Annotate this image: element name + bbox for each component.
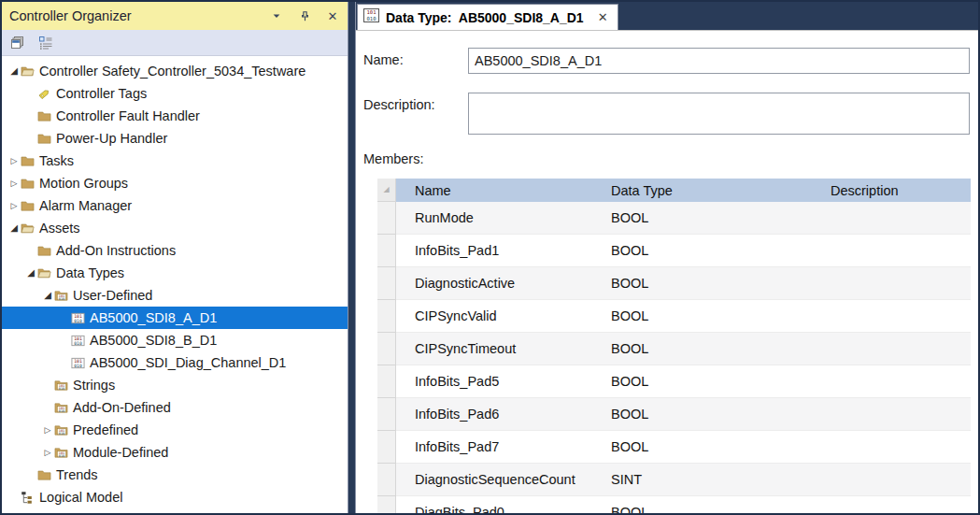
member-name-cell[interactable]: DiagnosticActive xyxy=(396,267,592,300)
folder-open-icon xyxy=(21,222,36,236)
tree-item[interactable]: Controller Fault Handler xyxy=(2,105,348,127)
tree-item[interactable]: ▷101010Module-Defined xyxy=(2,441,348,464)
svg-text:010: 010 xyxy=(74,318,82,322)
row-selector-cell[interactable] xyxy=(377,398,396,431)
window-menu-chevron-icon[interactable] xyxy=(269,8,284,23)
panel-splitter[interactable] xyxy=(348,2,356,513)
tree-item[interactable]: 101010Strings xyxy=(2,374,348,396)
data-type-icon: 101010 xyxy=(363,8,379,26)
row-selector-cell[interactable] xyxy=(377,267,396,300)
tree-item-label: Controller Safety_Controller_5034_Testwa… xyxy=(39,64,311,79)
tree-item[interactable]: ▷Tasks xyxy=(2,150,348,172)
close-icon[interactable]: ✕ xyxy=(325,8,340,23)
tree-item[interactable]: ▷Alarm Manager xyxy=(2,194,348,217)
folder-icon xyxy=(37,132,52,146)
member-data-type-cell[interactable]: BOOL xyxy=(592,235,812,267)
tree-item[interactable]: 101010AB5000_SDI8_B_D1 xyxy=(2,329,348,351)
member-name-cell[interactable]: InfoBits_Pad1 xyxy=(396,235,592,267)
member-data-type-cell[interactable]: BOOL xyxy=(592,267,812,300)
member-data-type-cell[interactable]: BOOL xyxy=(592,431,812,464)
tab-data-type[interactable]: 101010 Data Type: AB5000_SDI8_A_D1 ✕ xyxy=(357,4,618,30)
svg-text:101: 101 xyxy=(366,9,376,15)
outline-view-icon[interactable] xyxy=(36,34,55,52)
member-name-cell[interactable]: CIPSyncTimeout xyxy=(396,333,592,365)
member-row: CIPSyncTimeoutBOOL xyxy=(377,333,971,365)
row-selector-cell[interactable] xyxy=(377,300,396,333)
member-description-cell[interactable] xyxy=(812,496,971,513)
tree-item[interactable]: ◢Controller Safety_Controller_5034_Testw… xyxy=(2,60,348,82)
tree-expand-arrow-icon[interactable]: ▷ xyxy=(7,150,21,172)
member-data-type-cell[interactable]: BOOL xyxy=(592,300,812,333)
member-description-cell[interactable] xyxy=(812,235,971,267)
member-name-cell[interactable]: RunMode xyxy=(396,202,592,235)
udt-icon: 101010 xyxy=(71,311,86,325)
member-description-cell[interactable] xyxy=(812,333,971,365)
member-data-type-cell[interactable]: BOOL xyxy=(592,365,812,398)
row-selector-cell[interactable] xyxy=(377,365,396,398)
member-data-type-cell[interactable]: BOOL xyxy=(592,398,812,431)
member-data-type-cell[interactable]: SINT xyxy=(592,464,812,496)
pin-icon[interactable] xyxy=(297,8,312,23)
udt-folder-icon: 101010 xyxy=(54,289,69,303)
cascade-windows-icon[interactable] xyxy=(8,34,27,52)
titlebar-icons: ✕ xyxy=(269,8,340,23)
controller-organizer-panel: Controller Organizer ✕ ◢Control xyxy=(2,2,348,513)
tree-expand-arrow-icon[interactable]: ◢ xyxy=(7,217,21,239)
member-name-cell[interactable]: InfoBits_Pad7 xyxy=(396,431,592,464)
tree-expand-arrow-icon[interactable]: ▷ xyxy=(41,419,54,441)
member-description-cell[interactable] xyxy=(812,202,971,235)
member-name-cell[interactable]: DiagnosticSequenceCount xyxy=(396,464,592,496)
column-header-data-type[interactable]: Data Type xyxy=(592,179,812,202)
member-data-type-cell[interactable]: BOOL xyxy=(592,496,812,513)
tree-expand-arrow-icon[interactable]: ▷ xyxy=(7,194,21,217)
member-description-cell[interactable] xyxy=(812,267,971,300)
tree-item[interactable]: Controller Tags xyxy=(2,82,348,105)
tree-item[interactable]: Trends xyxy=(2,464,348,486)
tree-item[interactable]: Add-On Instructions xyxy=(2,239,348,262)
row-selector-cell[interactable] xyxy=(377,464,396,496)
tree-item[interactable]: ▷101010Predefined xyxy=(2,419,348,441)
row-selector-cell[interactable] xyxy=(377,202,396,235)
tree-item-label: Data Types xyxy=(56,265,130,280)
tree-expand-arrow-icon[interactable]: ◢ xyxy=(41,284,54,307)
select-all-cell[interactable]: ◢ xyxy=(377,179,396,202)
member-description-cell[interactable] xyxy=(812,398,971,431)
member-name-cell[interactable]: DiagBits_Pad0 xyxy=(396,496,592,513)
tree-item[interactable]: ◢101010User-Defined xyxy=(2,284,348,307)
member-description-cell[interactable] xyxy=(812,464,971,496)
row-selector-cell[interactable] xyxy=(377,431,396,464)
column-header-name[interactable]: Name xyxy=(396,179,592,202)
tree-item[interactable]: ◢Data Types xyxy=(2,262,348,284)
member-name-cell[interactable]: InfoBits_Pad5 xyxy=(396,365,592,398)
tree-item[interactable]: ▷Motion Groups xyxy=(2,172,348,194)
tree-expand-arrow-icon[interactable]: ▷ xyxy=(41,441,54,464)
tree-item[interactable]: Power-Up Handler xyxy=(2,127,348,150)
tree-item-label: Assets xyxy=(39,221,86,236)
tree-expand-arrow-icon[interactable]: ◢ xyxy=(7,60,21,82)
row-selector-cell[interactable] xyxy=(377,333,396,365)
column-header-description[interactable]: Description xyxy=(812,179,971,202)
tree-item[interactable]: 101010Add-On-Defined xyxy=(2,396,348,419)
tree-item[interactable]: Logical Model xyxy=(2,486,348,508)
member-data-type-cell[interactable]: BOOL xyxy=(592,202,812,235)
tree-expand-arrow-icon[interactable]: ▷ xyxy=(7,172,21,194)
tree-item[interactable]: 101010AB5000_SDI8_A_D1 xyxy=(2,307,348,329)
member-name-cell[interactable]: InfoBits_Pad6 xyxy=(396,398,592,431)
name-input[interactable] xyxy=(468,48,970,74)
tree-expand-arrow-icon[interactable]: ◢ xyxy=(24,262,37,284)
tree-item-label: Alarm Manager xyxy=(39,198,137,213)
member-description-cell[interactable] xyxy=(812,300,971,333)
tree-item-label: Module-Defined xyxy=(73,445,174,460)
member-description-cell[interactable] xyxy=(812,431,971,464)
member-name-cell[interactable]: CIPSyncValid xyxy=(396,300,592,333)
description-input[interactable] xyxy=(468,93,970,135)
tab-close-icon[interactable]: ✕ xyxy=(598,10,608,24)
member-data-type-cell[interactable]: BOOL xyxy=(592,333,812,365)
row-selector-cell[interactable] xyxy=(377,235,396,267)
member-description-cell[interactable] xyxy=(812,365,971,398)
tree-item[interactable]: ◢Assets xyxy=(2,217,348,239)
row-selector-cell[interactable] xyxy=(377,496,396,513)
tree-item[interactable]: 101010AB5000_SDI_Diag_Channel_D1 xyxy=(2,351,348,374)
tree-item-label: Motion Groups xyxy=(39,176,134,191)
tree-item-label: Predefined xyxy=(73,422,144,437)
